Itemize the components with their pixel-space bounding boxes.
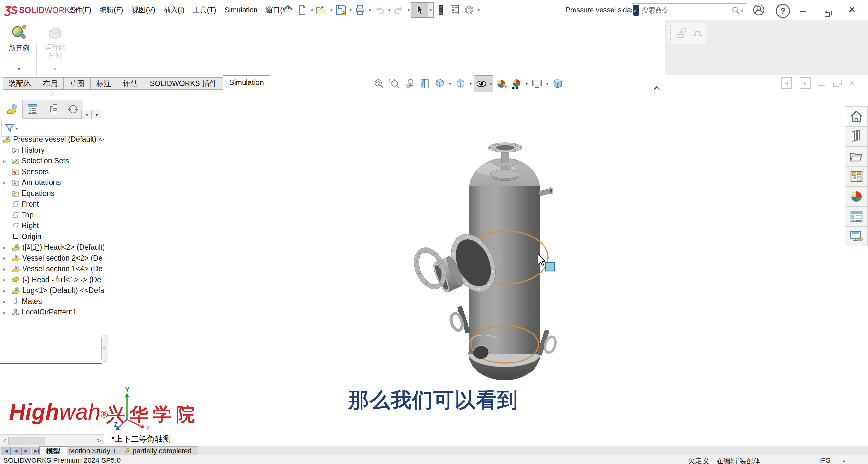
- tree-item-vessel-section-1[interactable]: ▸ Vessel section 1<4> (De: [0, 264, 104, 275]
- design-library-tab[interactable]: [845, 127, 868, 147]
- save-button[interactable]: [334, 3, 348, 18]
- tab-addins[interactable]: SOLIDWORKS 插件: [144, 78, 223, 90]
- view-palette-tab[interactable]: [845, 166, 868, 187]
- expand-arrow-icon[interactable]: ▸: [3, 277, 6, 283]
- forum-tab[interactable]: [845, 226, 868, 247]
- section-view-icon[interactable]: [417, 76, 432, 92]
- settings-caret[interactable]: ▾: [476, 8, 482, 12]
- expand-arrow-icon[interactable]: ▸: [3, 244, 6, 250]
- select-tool-caret[interactable]: ▾: [428, 3, 433, 17]
- tab-assembly[interactable]: 装配体: [3, 78, 37, 90]
- tree-item-vessel-section-2[interactable]: ▸ Vessel section 2<2> (De: [0, 253, 104, 264]
- task-home-tab[interactable]: [845, 106, 868, 127]
- new-document-caret[interactable]: ▾: [309, 8, 314, 12]
- apply-scene-caret[interactable]: ▾: [525, 82, 529, 86]
- units-caret[interactable]: ▴: [843, 458, 845, 463]
- search-magnifier-icon[interactable]: [732, 6, 740, 14]
- new-document-button[interactable]: [295, 3, 309, 18]
- pin-menu-icon[interactable]: [265, 5, 273, 13]
- tree-item-sensors[interactable]: Sensors: [0, 166, 104, 178]
- expand-arrow-icon[interactable]: ▸: [3, 158, 6, 164]
- menu-view[interactable]: 视图(V): [127, 3, 159, 17]
- edit-appearance-icon[interactable]: [494, 76, 508, 92]
- rollback-bar[interactable]: [0, 363, 102, 364]
- tab-evaluate[interactable]: 评估: [117, 78, 144, 90]
- home-button[interactable]: [281, 3, 295, 18]
- property-manager-tab[interactable]: [23, 100, 43, 119]
- tree-item-annotations[interactable]: ▸ Annotations: [0, 177, 104, 188]
- print-caret[interactable]: ▾: [367, 8, 372, 12]
- toolbar-drag-handle[interactable]: [669, 25, 673, 41]
- tree-item-front-plane[interactable]: Front: [0, 199, 104, 210]
- tree-item-right-plane[interactable]: Right: [0, 220, 104, 231]
- open-button[interactable]: [314, 3, 329, 18]
- settings-gear-icon[interactable]: [462, 3, 476, 18]
- tab-sketch[interactable]: 草图: [64, 78, 91, 90]
- panel-tabs-scroll-right[interactable]: ▸: [92, 110, 102, 119]
- tree-item-mates[interactable]: ▸ Mates: [0, 296, 104, 307]
- close-button[interactable]: ×: [845, 3, 858, 17]
- zoom-area-icon[interactable]: [387, 76, 401, 92]
- tree-item-top-plane[interactable]: Top: [0, 210, 104, 221]
- units-selector[interactable]: IPS: [819, 456, 830, 464]
- custom-properties-tab[interactable]: [845, 207, 868, 226]
- panel-tabs-scroll-left[interactable]: ◂: [81, 110, 92, 119]
- view-orientation-icon[interactable]: [433, 76, 447, 92]
- view-settings-caret[interactable]: ▾: [545, 82, 550, 86]
- pressure-vessel-model[interactable]: [400, 129, 606, 390]
- tab-markup[interactable]: 标注: [91, 78, 117, 90]
- menu-file[interactable]: 文件(F): [64, 3, 95, 17]
- appearances-tab[interactable]: [845, 187, 868, 207]
- featuremanager-tree-tab[interactable]: [2, 100, 23, 119]
- redo-button[interactable]: [392, 3, 406, 18]
- display-style-icon[interactable]: [453, 76, 467, 92]
- save-caret[interactable]: ▾: [348, 8, 353, 12]
- scroll-right-arrow[interactable]: >: [95, 436, 102, 445]
- hide-show-caret[interactable]: ▾: [489, 82, 493, 86]
- options-list-icon[interactable]: [448, 3, 462, 18]
- redo-caret[interactable]: ▾: [406, 8, 411, 12]
- new-study-button[interactable]: 新算例 ▾: [2, 22, 36, 73]
- undo-caret[interactable]: ▾: [386, 8, 392, 12]
- rebuild-traffic-light-icon[interactable]: [434, 3, 448, 18]
- configuration-manager-tab[interactable]: [43, 100, 63, 119]
- scroll-left-arrow[interactable]: <: [1, 436, 8, 445]
- tree-item-lug[interactable]: ▸ Lug<1> (Default) <<Defa: [0, 285, 104, 296]
- doc-restore-icon[interactable]: [833, 80, 841, 87]
- select-tool-button[interactable]: [411, 3, 428, 17]
- next-tab-button[interactable]: ▶: [21, 446, 31, 455]
- menu-tools[interactable]: 工具(T): [189, 3, 220, 17]
- tree-item-head-full[interactable]: ▸ (-) Head - full<1> -> (De: [0, 275, 104, 285]
- search-input[interactable]: [639, 6, 732, 14]
- search-caret[interactable]: ▾: [741, 8, 743, 13]
- expand-arrow-icon[interactable]: ▸: [3, 309, 6, 315]
- tree-item-equations[interactable]: Equations: [0, 188, 104, 199]
- motion-study-tab[interactable]: Motion Study 1: [67, 446, 118, 456]
- user-account-icon[interactable]: [753, 4, 765, 16]
- first-tab-button[interactable]: ◀: [1, 446, 11, 455]
- restore-button[interactable]: [821, 7, 834, 18]
- file-explorer-tab[interactable]: [845, 147, 868, 166]
- expand-arrow-icon[interactable]: ▸: [3, 255, 6, 261]
- model-tab[interactable]: 模型: [39, 446, 67, 456]
- help-icon[interactable]: ?: [776, 4, 790, 18]
- print-button[interactable]: [353, 3, 367, 18]
- panel-grip-dot[interactable]: [49, 92, 53, 96]
- collapse-left-pane-icon[interactable]: ◂: [781, 78, 792, 89]
- expand-arrow-icon[interactable]: ▸: [3, 298, 6, 305]
- undo-button[interactable]: [372, 3, 386, 18]
- previous-view-icon[interactable]: [402, 76, 416, 92]
- scroll-thumb[interactable]: [8, 437, 45, 445]
- view-settings-icon[interactable]: [530, 76, 544, 92]
- dimxpert-manager-tab[interactable]: [63, 100, 84, 119]
- menu-simulation[interactable]: Simulation: [220, 4, 262, 16]
- tree-item-history[interactable]: History: [0, 145, 104, 156]
- tab-layout[interactable]: 布局: [37, 78, 64, 90]
- menu-insert[interactable]: 插入(I): [159, 3, 189, 17]
- apply-scene-icon[interactable]: [509, 76, 524, 92]
- minimize-button[interactable]: [797, 4, 809, 16]
- tab-simulation[interactable]: Simulation: [223, 75, 270, 90]
- open-caret[interactable]: ▾: [329, 8, 334, 12]
- expand-arrow-icon[interactable]: ▸: [3, 287, 6, 293]
- tree-item-head2[interactable]: ▸ (固定) Head<2> (Default): [0, 242, 104, 253]
